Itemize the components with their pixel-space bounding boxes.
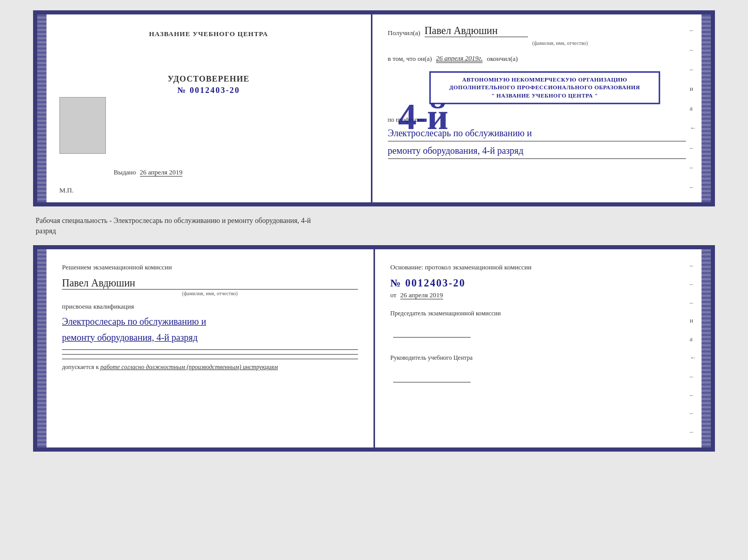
allow-italic: работе согласно должностным (производств… [100, 363, 278, 371]
vtom-date: 26 апреля 2019г. [436, 54, 482, 63]
finished-label: окончил(а) [487, 55, 518, 63]
spine-right-bot [702, 249, 711, 447]
assigned-label: присвоена квалификация [62, 302, 358, 311]
allow-text: допускается к работе согласно должностны… [62, 363, 358, 371]
bot-right-page: Основание: протокол экзаменационной коми… [375, 249, 702, 447]
allow-label: допускается к [62, 363, 99, 371]
separator-line2: разряд [36, 226, 715, 236]
line2 [62, 354, 358, 355]
cert-doc-title: УДОСТОВЕРЕНИЕ [167, 74, 250, 84]
fio-subtext: (фамилия, имя, отчество) [434, 40, 687, 46]
bot-fio-subtext: (фамилия, имя, отчество) [62, 291, 358, 296]
chair-section: Председатель экзаменационной комиссии [391, 309, 687, 341]
qual-line1: Электрослесарь по обслуживанию и [62, 314, 358, 330]
from-line: от 26 апреля 2019 [391, 291, 687, 299]
certificate-bottom: Решением экзаменационной комиссии Павел … [33, 245, 715, 452]
stamp-line2: ДОПОЛНИТЕЛЬНОГО ПРОФЕССИОНАЛЬНОГО ОБРАЗО… [436, 84, 654, 91]
big-number: 4-й [398, 98, 447, 135]
line3 [62, 359, 358, 359]
bot-number: № 0012403-20 [391, 277, 687, 289]
spine-left [37, 14, 46, 202]
basis-label: Основание: протокол экзаменационной коми… [391, 262, 687, 273]
spine-right [702, 14, 711, 202]
stamp-box: АВТОНОМНУЮ НЕКОММЕРЧЕСКУЮ ОРГАНИЗАЦИЮ ДО… [429, 71, 661, 104]
qual-line2: ремонту оборудования, 4-й разряд [62, 330, 358, 346]
cert-right-page: Получил(а) Павел Авдюшин (фамилия, имя, … [372, 14, 702, 202]
cert-left-page: НАЗВАНИЕ УЧЕБНОГО ЦЕНТРА УДОСТОВЕРЕНИЕ №… [46, 14, 372, 202]
issued-label: Выдано [114, 168, 136, 176]
cert-issued-line: Выдано 26 апреля 2019 [114, 168, 182, 177]
chair-label: Председатель экзаменационной комиссии [391, 309, 687, 318]
head-label: Руководитель учебного Центра [391, 353, 687, 363]
decision-text: Решением экзаменационной комиссии [62, 262, 358, 273]
cert-doc-number: № 0012403-20 [177, 86, 240, 95]
vtom-label: в том, что он(а) [388, 55, 432, 63]
profession-line2: ремонту оборудования, 4-й разряд [388, 143, 687, 159]
separator-line1: Рабочая специальность - Электрослесарь п… [36, 216, 715, 226]
right-side-dashes-bot: – – – и а ← – – – – [690, 249, 696, 447]
received-name: Павел Авдюшин [425, 25, 528, 37]
issued-date: 26 апреля 2019 [140, 168, 183, 177]
received-row: Получил(а) Павел Авдюшин [388, 25, 687, 37]
head-sign-line [393, 382, 471, 382]
right-side-dashes: – – – и а ← – – – [690, 14, 696, 202]
from-date: 26 апреля 2019 [400, 291, 443, 299]
received-label: Получил(а) [388, 29, 420, 37]
stamp-line1: АВТОНОМНУЮ НЕКОММЕРЧЕСКУЮ ОРГАНИЗАЦИЮ [436, 76, 654, 84]
vtom-row: в том, что он(а) 26 апреля 2019г. окончи… [388, 54, 687, 63]
bot-left-page: Решением экзаменационной комиссии Павел … [46, 249, 375, 447]
separator-text: Рабочая специальность - Электрослесарь п… [33, 216, 715, 236]
stamp-line3: " НАЗВАНИЕ УЧЕБНОГО ЦЕНТРА " [436, 92, 654, 100]
spine-left-bot [37, 249, 46, 447]
certificate-top: НАЗВАНИЕ УЧЕБНОГО ЦЕНТРА УДОСТОВЕРЕНИЕ №… [33, 10, 715, 206]
photo-placeholder [59, 97, 106, 154]
line1 [62, 349, 358, 350]
head-section: Руководитель учебного Центра [391, 353, 687, 385]
cert-mp: М.П. [59, 186, 73, 195]
cert-center-name: НАЗВАНИЕ УЧЕБНОГО ЦЕНТРА [149, 30, 268, 38]
bot-person-name: Павел Авдюшин [62, 277, 358, 290]
chair-sign-line [393, 337, 471, 338]
from-label: от [391, 291, 397, 299]
